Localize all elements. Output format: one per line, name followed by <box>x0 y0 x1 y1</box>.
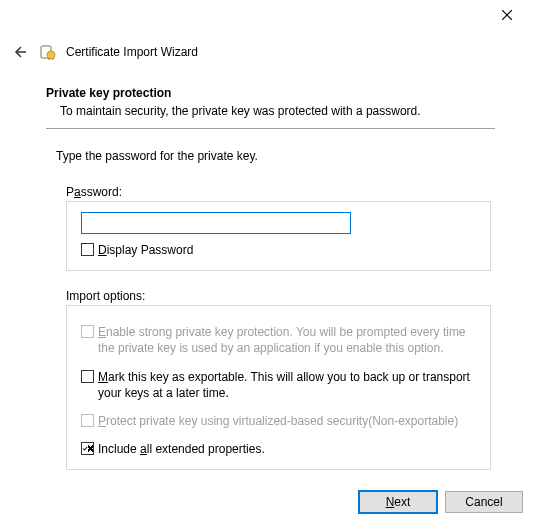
page-heading: Private key protection <box>46 86 495 100</box>
next-button[interactable]: Next <box>359 491 437 513</box>
enable-strong-protection-checkbox <box>81 325 94 338</box>
enable-strong-protection-label: Enable strong private key protection. Yo… <box>98 324 480 356</box>
certificate-wizard-icon <box>40 44 56 60</box>
password-group-label: Password: <box>66 185 491 199</box>
close-icon <box>502 10 512 20</box>
mark-exportable-checkbox[interactable] <box>81 370 94 383</box>
display-password-checkbox[interactable] <box>81 243 94 256</box>
include-extended-properties-label: Include all extended properties. <box>98 441 265 457</box>
mark-exportable-label: Mark this key as exportable. This will a… <box>98 369 480 401</box>
instruction-text: Type the password for the private key. <box>56 149 495 163</box>
import-options-group-box: Enable strong private key protection. Yo… <box>66 305 491 470</box>
wizard-title: Certificate Import Wizard <box>66 45 198 59</box>
divider <box>46 128 495 129</box>
back-arrow-icon <box>12 44 28 60</box>
page-subheading: To maintain security, the private key wa… <box>60 104 495 118</box>
display-password-label: Display Password <box>98 242 193 258</box>
password-group-box: Display Password <box>66 201 491 271</box>
password-input[interactable] <box>81 212 351 234</box>
close-button[interactable] <box>487 4 527 26</box>
import-options-group-label: Import options: <box>66 289 491 303</box>
protect-virtualized-checkbox <box>81 414 94 427</box>
include-extended-properties-checkbox[interactable] <box>81 442 94 455</box>
cancel-button[interactable]: Cancel <box>445 491 523 513</box>
back-button[interactable] <box>10 42 30 62</box>
protect-virtualized-label: Protect private key using virtualized-ba… <box>98 413 458 429</box>
svg-point-4 <box>47 51 55 59</box>
